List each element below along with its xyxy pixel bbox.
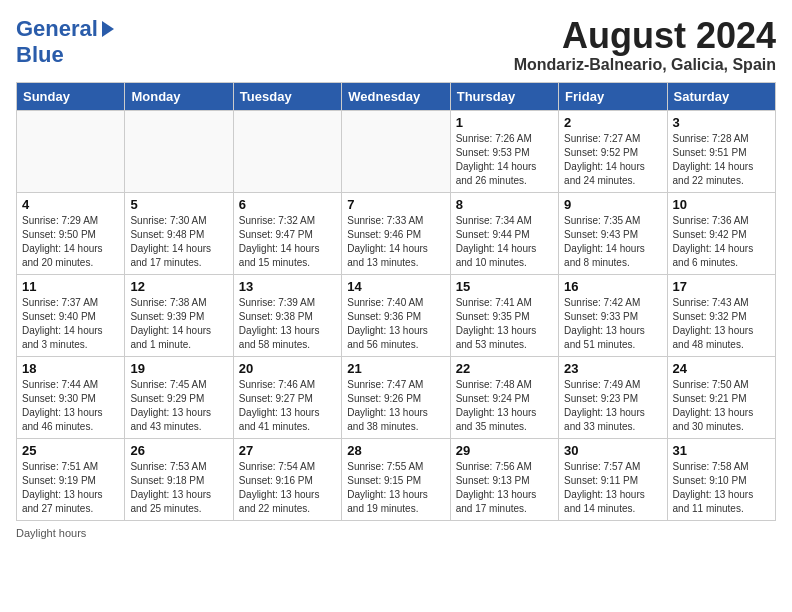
calendar-day: 8Sunrise: 7:34 AMSunset: 9:44 PMDaylight…: [450, 192, 558, 274]
weekday-header-sunday: Sunday: [17, 82, 125, 110]
title-area: August 2024 Mondariz-Balneario, Galicia,…: [514, 16, 776, 74]
day-number: 27: [239, 443, 336, 458]
location-subtitle: Mondariz-Balneario, Galicia, Spain: [514, 56, 776, 74]
calendar-day: 3Sunrise: 7:28 AMSunset: 9:51 PMDaylight…: [667, 110, 775, 192]
calendar-day: 9Sunrise: 7:35 AMSunset: 9:43 PMDaylight…: [559, 192, 667, 274]
logo-triangle-icon: [102, 21, 114, 37]
calendar-day: 22Sunrise: 7:48 AMSunset: 9:24 PMDayligh…: [450, 356, 558, 438]
day-info: Sunrise: 7:42 AMSunset: 9:33 PMDaylight:…: [564, 296, 661, 352]
day-info: Sunrise: 7:29 AMSunset: 9:50 PMDaylight:…: [22, 214, 119, 270]
calendar-day: 12Sunrise: 7:38 AMSunset: 9:39 PMDayligh…: [125, 274, 233, 356]
day-number: 15: [456, 279, 553, 294]
calendar-day: 17Sunrise: 7:43 AMSunset: 9:32 PMDayligh…: [667, 274, 775, 356]
day-number: 30: [564, 443, 661, 458]
calendar-day: 10Sunrise: 7:36 AMSunset: 9:42 PMDayligh…: [667, 192, 775, 274]
calendar-day: 16Sunrise: 7:42 AMSunset: 9:33 PMDayligh…: [559, 274, 667, 356]
calendar-day: [125, 110, 233, 192]
logo: General Blue: [16, 16, 114, 68]
calendar-week-5: 25Sunrise: 7:51 AMSunset: 9:19 PMDayligh…: [17, 438, 776, 520]
day-info: Sunrise: 7:49 AMSunset: 9:23 PMDaylight:…: [564, 378, 661, 434]
day-number: 16: [564, 279, 661, 294]
month-title: August 2024: [514, 16, 776, 56]
day-number: 3: [673, 115, 770, 130]
day-info: Sunrise: 7:47 AMSunset: 9:26 PMDaylight:…: [347, 378, 444, 434]
day-number: 7: [347, 197, 444, 212]
day-number: 9: [564, 197, 661, 212]
calendar-day: 4Sunrise: 7:29 AMSunset: 9:50 PMDaylight…: [17, 192, 125, 274]
day-info: Sunrise: 7:38 AMSunset: 9:39 PMDaylight:…: [130, 296, 227, 352]
day-info: Sunrise: 7:45 AMSunset: 9:29 PMDaylight:…: [130, 378, 227, 434]
logo-general: General: [16, 16, 98, 41]
calendar-day: 1Sunrise: 7:26 AMSunset: 9:53 PMDaylight…: [450, 110, 558, 192]
calendar-day: 26Sunrise: 7:53 AMSunset: 9:18 PMDayligh…: [125, 438, 233, 520]
calendar-week-1: 1Sunrise: 7:26 AMSunset: 9:53 PMDaylight…: [17, 110, 776, 192]
day-info: Sunrise: 7:56 AMSunset: 9:13 PMDaylight:…: [456, 460, 553, 516]
day-info: Sunrise: 7:48 AMSunset: 9:24 PMDaylight:…: [456, 378, 553, 434]
day-number: 31: [673, 443, 770, 458]
day-info: Sunrise: 7:28 AMSunset: 9:51 PMDaylight:…: [673, 132, 770, 188]
page-header: General Blue August 2024 Mondariz-Balnea…: [16, 16, 776, 74]
day-info: Sunrise: 7:27 AMSunset: 9:52 PMDaylight:…: [564, 132, 661, 188]
day-info: Sunrise: 7:44 AMSunset: 9:30 PMDaylight:…: [22, 378, 119, 434]
day-number: 8: [456, 197, 553, 212]
calendar-week-4: 18Sunrise: 7:44 AMSunset: 9:30 PMDayligh…: [17, 356, 776, 438]
calendar-day: 25Sunrise: 7:51 AMSunset: 9:19 PMDayligh…: [17, 438, 125, 520]
day-info: Sunrise: 7:55 AMSunset: 9:15 PMDaylight:…: [347, 460, 444, 516]
calendar-day: 11Sunrise: 7:37 AMSunset: 9:40 PMDayligh…: [17, 274, 125, 356]
calendar-week-3: 11Sunrise: 7:37 AMSunset: 9:40 PMDayligh…: [17, 274, 776, 356]
day-info: Sunrise: 7:50 AMSunset: 9:21 PMDaylight:…: [673, 378, 770, 434]
day-info: Sunrise: 7:35 AMSunset: 9:43 PMDaylight:…: [564, 214, 661, 270]
day-number: 22: [456, 361, 553, 376]
day-number: 29: [456, 443, 553, 458]
calendar-day: 15Sunrise: 7:41 AMSunset: 9:35 PMDayligh…: [450, 274, 558, 356]
day-number: 10: [673, 197, 770, 212]
calendar-day: 27Sunrise: 7:54 AMSunset: 9:16 PMDayligh…: [233, 438, 341, 520]
logo-blue-line: Blue: [16, 42, 64, 68]
day-number: 18: [22, 361, 119, 376]
weekday-header-monday: Monday: [125, 82, 233, 110]
day-number: 14: [347, 279, 444, 294]
logo-blue-text: Blue: [16, 42, 64, 67]
day-info: Sunrise: 7:37 AMSunset: 9:40 PMDaylight:…: [22, 296, 119, 352]
weekday-header-friday: Friday: [559, 82, 667, 110]
calendar-day: [17, 110, 125, 192]
calendar-day: 20Sunrise: 7:46 AMSunset: 9:27 PMDayligh…: [233, 356, 341, 438]
day-number: 2: [564, 115, 661, 130]
calendar-day: 30Sunrise: 7:57 AMSunset: 9:11 PMDayligh…: [559, 438, 667, 520]
calendar-week-2: 4Sunrise: 7:29 AMSunset: 9:50 PMDaylight…: [17, 192, 776, 274]
day-info: Sunrise: 7:43 AMSunset: 9:32 PMDaylight:…: [673, 296, 770, 352]
footer-note: Daylight hours: [16, 527, 776, 539]
calendar-day: 19Sunrise: 7:45 AMSunset: 9:29 PMDayligh…: [125, 356, 233, 438]
day-info: Sunrise: 7:33 AMSunset: 9:46 PMDaylight:…: [347, 214, 444, 270]
calendar-day: 18Sunrise: 7:44 AMSunset: 9:30 PMDayligh…: [17, 356, 125, 438]
day-number: 24: [673, 361, 770, 376]
calendar-day: 5Sunrise: 7:30 AMSunset: 9:48 PMDaylight…: [125, 192, 233, 274]
day-info: Sunrise: 7:34 AMSunset: 9:44 PMDaylight:…: [456, 214, 553, 270]
day-info: Sunrise: 7:39 AMSunset: 9:38 PMDaylight:…: [239, 296, 336, 352]
day-number: 1: [456, 115, 553, 130]
day-number: 17: [673, 279, 770, 294]
day-number: 20: [239, 361, 336, 376]
calendar-day: 24Sunrise: 7:50 AMSunset: 9:21 PMDayligh…: [667, 356, 775, 438]
day-info: Sunrise: 7:32 AMSunset: 9:47 PMDaylight:…: [239, 214, 336, 270]
day-info: Sunrise: 7:41 AMSunset: 9:35 PMDaylight:…: [456, 296, 553, 352]
day-info: Sunrise: 7:26 AMSunset: 9:53 PMDaylight:…: [456, 132, 553, 188]
calendar-day: 13Sunrise: 7:39 AMSunset: 9:38 PMDayligh…: [233, 274, 341, 356]
calendar-day: 28Sunrise: 7:55 AMSunset: 9:15 PMDayligh…: [342, 438, 450, 520]
day-info: Sunrise: 7:46 AMSunset: 9:27 PMDaylight:…: [239, 378, 336, 434]
day-number: 11: [22, 279, 119, 294]
day-number: 23: [564, 361, 661, 376]
day-number: 6: [239, 197, 336, 212]
day-number: 5: [130, 197, 227, 212]
day-info: Sunrise: 7:40 AMSunset: 9:36 PMDaylight:…: [347, 296, 444, 352]
day-number: 21: [347, 361, 444, 376]
calendar-day: 21Sunrise: 7:47 AMSunset: 9:26 PMDayligh…: [342, 356, 450, 438]
day-info: Sunrise: 7:54 AMSunset: 9:16 PMDaylight:…: [239, 460, 336, 516]
calendar-day: 7Sunrise: 7:33 AMSunset: 9:46 PMDaylight…: [342, 192, 450, 274]
day-number: 26: [130, 443, 227, 458]
calendar-day: 23Sunrise: 7:49 AMSunset: 9:23 PMDayligh…: [559, 356, 667, 438]
day-number: 28: [347, 443, 444, 458]
weekday-header-tuesday: Tuesday: [233, 82, 341, 110]
weekday-header-thursday: Thursday: [450, 82, 558, 110]
day-number: 12: [130, 279, 227, 294]
